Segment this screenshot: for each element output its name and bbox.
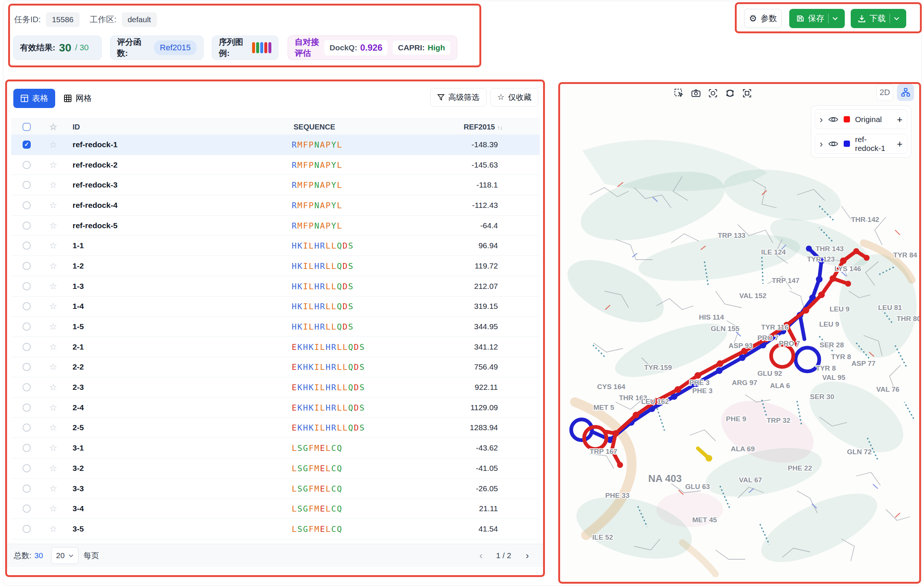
table-row[interactable]: ☆1-5HKILHRLLQDS344.95 <box>11 317 540 337</box>
row-checkbox[interactable] <box>23 363 31 371</box>
table-row[interactable]: ☆3-4LSGFMELCQ21.11 <box>11 498 540 519</box>
row-star-icon[interactable]: ☆ <box>49 240 58 251</box>
row-score: -118.1 <box>437 181 498 189</box>
row-checkbox[interactable] <box>23 161 31 169</box>
camera-icon[interactable] <box>691 88 701 99</box>
tab-grid[interactable]: 网格 <box>64 89 92 108</box>
row-checkbox[interactable] <box>23 242 31 250</box>
row-star-icon[interactable]: ☆ <box>49 180 58 190</box>
row-star-icon[interactable]: ☆ <box>49 524 58 534</box>
row-score: -145.63 <box>437 161 498 169</box>
row-checkbox[interactable] <box>23 525 31 533</box>
row-star-icon[interactable]: ☆ <box>49 463 58 474</box>
row-star-icon[interactable]: ☆ <box>49 301 58 311</box>
row-star-icon[interactable]: ☆ <box>49 261 58 271</box>
row-star-icon[interactable]: ☆ <box>49 423 58 433</box>
row-star-icon[interactable]: ☆ <box>49 281 58 291</box>
scoring-function-value[interactable]: Ref2015 <box>154 40 196 55</box>
molecule-viewport[interactable]: TRP 133THR 142TYR 84ILE 124TYR 123THR 14… <box>560 84 920 584</box>
table-row[interactable]: ☆ref-redock-4RMFPNAPYL-112.43 <box>11 195 540 215</box>
save-chevron-down-icon[interactable] <box>832 16 838 20</box>
table-row[interactable]: ☆2-1EKHKILHRLLQDS341.12 <box>11 337 540 357</box>
save-button[interactable]: 保存 <box>789 9 845 28</box>
focus-target-icon[interactable] <box>708 88 718 99</box>
table-row[interactable]: ☆2-2EKHKILHRLLQDS756.49 <box>11 357 540 378</box>
row-checkbox[interactable] <box>23 485 31 493</box>
row-star-icon[interactable]: ☆ <box>49 403 58 413</box>
row-star-icon[interactable]: ☆ <box>49 443 58 453</box>
row-checkbox[interactable] <box>23 505 31 513</box>
params-button[interactable]: ⚙ 参数 <box>744 9 782 28</box>
mode-2d-button[interactable]: 2D <box>876 84 893 101</box>
table-row[interactable]: ✓☆ref-redock-1RMFPNAPYL-148.39 <box>11 135 540 155</box>
row-checkbox[interactable] <box>23 343 31 351</box>
table-row[interactable]: ☆ref-redock-3RMFPNAPYL-118.1 <box>11 175 540 195</box>
residue-label: PHE 3 <box>689 379 710 386</box>
row-checkbox[interactable] <box>23 302 31 310</box>
row-star-icon[interactable]: ☆ <box>49 160 58 170</box>
row-star-icon[interactable]: ☆ <box>49 342 58 352</box>
table-row[interactable]: ☆ref-redock-5RMFPNAPYL-64.4 <box>11 215 540 236</box>
row-checkbox[interactable] <box>23 282 31 290</box>
next-page-button[interactable]: › <box>526 550 529 561</box>
legend-expand-chevron-icon[interactable]: › <box>820 115 823 124</box>
row-star-icon[interactable]: ☆ <box>49 200 58 210</box>
row-checkbox[interactable] <box>23 262 31 270</box>
table-row[interactable]: ☆3-5LSGFMELCQ41.54 <box>11 519 540 539</box>
row-checkbox[interactable] <box>23 404 31 412</box>
select-all-checkbox[interactable] <box>23 123 31 131</box>
row-star-icon[interactable]: ☆ <box>49 362 58 372</box>
orbit-rotate-icon[interactable] <box>725 88 735 99</box>
page-size-select[interactable]: 20 <box>51 547 78 564</box>
download-chevron-down-icon[interactable] <box>894 16 899 20</box>
download-button-divider <box>889 14 890 23</box>
row-checkbox[interactable] <box>23 322 31 330</box>
legend-add-button[interactable]: + <box>897 139 903 149</box>
marquee-select-icon[interactable] <box>674 88 684 99</box>
row-star-icon[interactable]: ☆ <box>49 220 58 231</box>
legend-add-button[interactable]: + <box>897 115 903 124</box>
legend-row[interactable]: ›ref-redock-1+ <box>815 134 908 153</box>
per-page-label: 每页 <box>84 550 99 561</box>
advanced-filter-button[interactable]: 高级筛选 <box>430 88 487 107</box>
row-checkbox[interactable] <box>23 222 31 230</box>
row-star-icon[interactable]: ☆ <box>49 503 58 514</box>
table-row[interactable]: ☆ref-redock-2RMFPNAPYL-145.63 <box>11 155 540 175</box>
row-star-icon[interactable]: ☆ <box>49 483 58 494</box>
residue-label: SER 30 <box>810 393 834 401</box>
network-view-button[interactable] <box>897 84 914 101</box>
row-checkbox[interactable] <box>23 424 31 432</box>
legend-expand-chevron-icon[interactable]: › <box>820 139 823 149</box>
download-button[interactable]: 下载 <box>851 9 906 28</box>
favorites-only-button[interactable]: ☆ 仅收藏 <box>490 88 538 107</box>
prev-page-button[interactable]: ‹ <box>479 550 483 561</box>
table-row[interactable]: ☆3-2LSGFMELCQ-41.05 <box>11 458 540 478</box>
row-checkbox[interactable] <box>23 464 31 472</box>
row-star-icon[interactable]: ☆ <box>49 321 58 332</box>
row-star-icon[interactable]: ☆ <box>49 382 58 393</box>
sort-icon[interactable]: ↑↓ <box>497 124 503 130</box>
table-row[interactable]: ☆2-4EKHKILHRLLQDS1129.09 <box>11 398 540 418</box>
row-star-icon[interactable]: ☆ <box>49 140 58 150</box>
table-row[interactable]: ☆3-1LSGFMELCQ-43.62 <box>11 438 540 458</box>
fit-fullscreen-icon[interactable] <box>742 88 752 99</box>
table-row[interactable]: ☆3-3LSGFMELCQ-26.05 <box>11 478 540 499</box>
row-checkbox[interactable] <box>23 201 31 209</box>
visibility-eye-icon[interactable] <box>828 116 838 123</box>
visibility-eye-icon[interactable] <box>828 140 838 148</box>
row-checkbox[interactable] <box>23 444 31 452</box>
row-checkbox[interactable] <box>23 383 31 391</box>
tab-table[interactable]: 表格 <box>13 89 55 108</box>
col-score[interactable]: REF2015↑↓ <box>437 122 503 131</box>
row-checkbox[interactable] <box>23 181 31 189</box>
row-sequence: HKILHRLLQDS <box>292 241 354 250</box>
table-row[interactable]: ☆1-3HKILHRLLQDS212.07 <box>11 276 540 297</box>
table-row[interactable]: ☆2-5EKHKILHRLLQDS1283.94 <box>11 418 540 438</box>
table-row[interactable]: ☆1-2HKILHRLLQDS119.72 <box>11 256 540 276</box>
table-row[interactable]: ☆1-1HKILHRLLQDS96.94 <box>11 236 540 256</box>
row-checkbox[interactable]: ✓ <box>23 141 31 149</box>
table-row[interactable]: ☆1-4HKILHRLLQDS319.15 <box>11 297 540 317</box>
legend-row[interactable]: ›Original+ <box>815 110 908 129</box>
row-id: 2-1 <box>73 342 84 351</box>
table-row[interactable]: ☆2-3EKHKILHRLLQDS922.11 <box>11 377 540 398</box>
